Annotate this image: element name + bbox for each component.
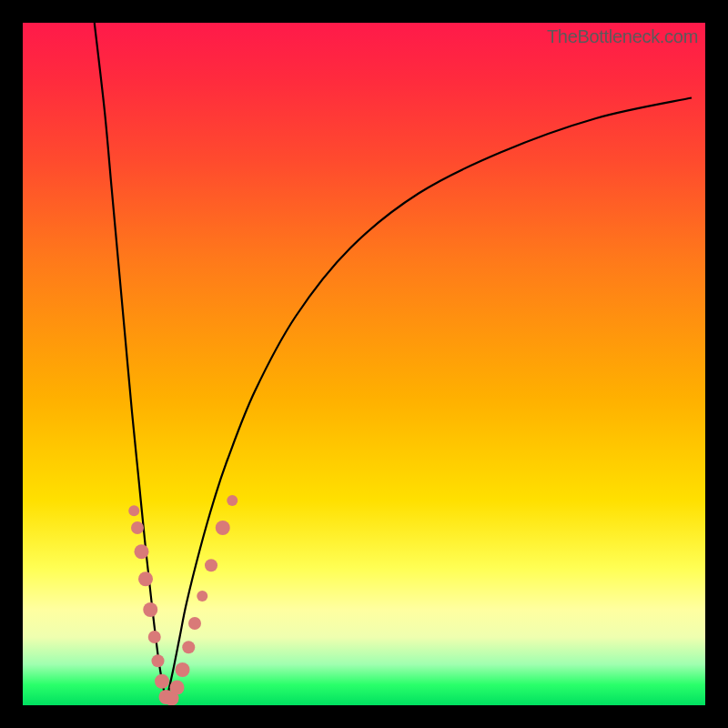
beads-group [128,495,238,705]
watermark-text: TheBottleneck.com [547,26,698,47]
bead [131,521,144,534]
bead [176,662,190,677]
bead [227,495,238,506]
bead [205,559,217,571]
bead [138,571,153,586]
curves-svg [23,23,705,705]
right-limb-curve [167,98,693,703]
bead [165,692,179,706]
plot-area: TheBottleneck.com [23,23,705,705]
bead [135,544,149,559]
chart-frame: TheBottleneck.com [0,0,728,728]
left-limb-curve [95,23,167,702]
bead [148,631,161,643]
bead [159,690,174,704]
bead [152,654,165,667]
bead [188,617,201,630]
bead [197,591,207,602]
bead [216,521,230,535]
bead [182,641,195,653]
bead [155,674,169,689]
bead [143,602,157,617]
bead [128,505,139,516]
bead [170,681,185,695]
